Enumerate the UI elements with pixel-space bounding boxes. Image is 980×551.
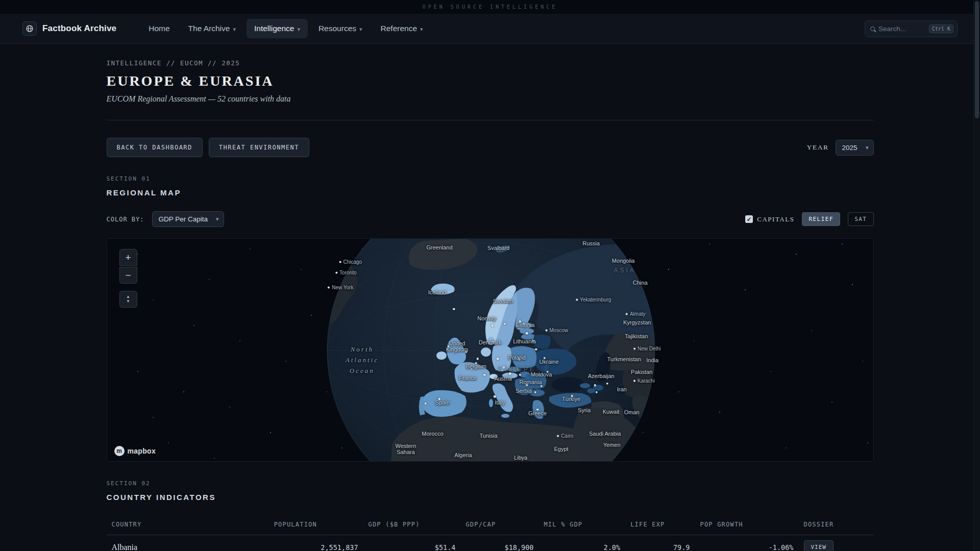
map-label-ocean: North Atlantic Ocean (346, 343, 379, 376)
nav-item-reference[interactable]: Reference▾ (373, 19, 431, 38)
globe-book-logo-icon (22, 21, 37, 36)
map-label-country: Lithuania (513, 338, 536, 344)
col-header-country: COUNTRY (107, 514, 269, 535)
toolbar: BACK TO DASHBOARD THREAT ENVIRONMENT YEA… (107, 138, 874, 157)
capitals-checkbox[interactable]: ✓ (745, 215, 753, 223)
map-label-country: Pakistan (631, 369, 652, 375)
map-pitch-control[interactable]: ▲▼ (119, 291, 137, 308)
map-label-city: New Delhi (633, 346, 661, 352)
brand[interactable]: Factbook Archive (22, 21, 116, 36)
map-label-country: Denmark (479, 339, 502, 345)
map-label-city: Yekaterinburg (576, 297, 611, 303)
col-header-dossier: DOSSIER (799, 514, 874, 535)
map-toolbar: COLOR BY: GDP Per Capita ✓ CAPITALS RELI… (107, 211, 874, 227)
map-label-city: New York (328, 285, 353, 290)
nav-item-intelligence[interactable]: Intelligence▾ (247, 19, 308, 38)
scrollbar-thumb[interactable] (975, 1, 979, 118)
value-cell: -1.06% (695, 535, 798, 551)
table-header-row: COUNTRY POPULATION GDP ($B PPP) GDP/CAP … (107, 514, 874, 535)
page-subtitle: EUCOM Regional Assessment — 52 countries… (107, 94, 874, 104)
map-label-country: Ukraine (540, 359, 559, 365)
divider (107, 120, 874, 120)
map-label-country: Serbia (516, 388, 532, 394)
chevron-down-icon: ▾ (297, 26, 300, 33)
col-header-gdpcap: GDP/CAP (460, 514, 538, 535)
search-input[interactable] (878, 25, 925, 33)
map-label-city: Almaty (626, 311, 646, 317)
brand-name: Factbook Archive (42, 23, 116, 34)
topstrip-text: OPEN SOURCE INTELLIGENCE (423, 4, 558, 10)
view-dossier-button[interactable]: VIEW (804, 540, 834, 551)
year-select-wrap: 2025 (836, 140, 874, 156)
map-label-country: China (633, 280, 648, 286)
year-select[interactable]: 2025 (836, 140, 874, 156)
map-label-country: Türkiye (562, 396, 580, 402)
map-label-continent: ASIA (614, 267, 635, 274)
breadcrumb: INTELLIGENCE // EUCOM // 2025 (107, 59, 874, 67)
map-label-country: Oman (624, 409, 640, 415)
col-header-mil: MIL % GDP (538, 514, 625, 535)
map-zoom-controls: + − ▲▼ (119, 249, 137, 308)
section-kicker: SECTION 02 (107, 480, 874, 487)
col-header-gdp: GDP ($B PPP) (363, 514, 461, 535)
nav-item-label: Intelligence (254, 24, 294, 33)
map-right-controls: ✓ CAPITALS RELIEF SAT (745, 212, 873, 226)
search-box[interactable]: Ctrl K (865, 20, 958, 37)
zoom-out-button[interactable]: − (119, 267, 137, 284)
col-header-population: POPULATION (269, 514, 363, 535)
capitals-toggle[interactable]: ✓ CAPITALS (745, 215, 794, 223)
map-label-country: Iran (617, 386, 627, 392)
page-title: EUROPE & EURASIA (107, 73, 874, 89)
map-label-country: Kuwait (603, 409, 620, 415)
map-label-city: Karachi (633, 378, 655, 383)
map-label-country: Libya (514, 455, 527, 461)
chevron-down-icon: ▾ (233, 26, 236, 33)
value-cell: 2.0% (538, 535, 625, 551)
map-label-country: Belgium (466, 363, 486, 369)
map-labels: GreenlandSvalbardRussiaMongoliaASIAEUROP… (107, 239, 873, 461)
sat-button[interactable]: SAT (848, 212, 873, 226)
map-label-country: Tunisia (479, 433, 497, 439)
navbar: Factbook Archive HomeThe Archive▾Intelli… (0, 14, 980, 44)
map-label-country: Romania (520, 379, 542, 385)
map-label-country: Greenland (426, 244, 452, 251)
year-control: YEAR 2025 (807, 140, 874, 156)
map-label-country: Italy (495, 399, 505, 406)
value-cell: $18,900 (460, 535, 538, 551)
zoom-in-button[interactable]: + (119, 249, 137, 266)
color-by-label: COLOR BY: (107, 216, 144, 223)
color-by-select[interactable]: GDP Per Capita (152, 211, 224, 227)
map-label-continent: EUROPE (498, 366, 536, 373)
col-header-lifeexp: LIFE EXP (625, 514, 695, 535)
search-icon (870, 27, 875, 31)
map-label-country: France (459, 375, 476, 381)
map-label-country: Russia (582, 240, 600, 246)
map-label-city: Chicago (339, 259, 362, 264)
map-label-country: Sweden (493, 298, 513, 304)
nav-item-the-archive[interactable]: The Archive▾ (181, 19, 243, 38)
nav-item-label: The Archive (188, 24, 230, 33)
nav-item-resources[interactable]: Resources▾ (311, 19, 370, 38)
table-body: Albania2,551,837$51.4$18,9002.0%79.9-1.0… (107, 535, 874, 551)
map-label-country: Greece (528, 410, 547, 416)
map-label-city: Toronto (335, 269, 356, 275)
page-scrollbar[interactable] (973, 0, 980, 551)
topstrip: OPEN SOURCE INTELLIGENCE (0, 0, 980, 14)
threat-environment-button[interactable]: THREAT ENVIRONMENT (209, 138, 309, 157)
nav-item-home[interactable]: Home (141, 19, 177, 38)
back-to-dashboard-button[interactable]: BACK TO DASHBOARD (107, 138, 203, 157)
map-label-country: Austria (494, 375, 511, 382)
dossier-cell: VIEW (799, 535, 874, 551)
capitals-label: CAPITALS (757, 215, 794, 223)
value-cell: 79.9 (625, 535, 695, 551)
mapbox-attribution: m mapbox (114, 446, 156, 456)
nav-item-label: Home (149, 24, 169, 33)
color-by-select-wrap: GDP Per Capita (152, 211, 224, 227)
regional-map[interactable]: GreenlandSvalbardRussiaMongoliaASIAEUROP… (107, 238, 874, 462)
map-label-country: United Kingdom (446, 340, 468, 353)
chevron-down-icon: ▾ (359, 26, 362, 33)
relief-button[interactable]: RELIEF (802, 212, 840, 226)
map-label-country: Mongolia (612, 258, 635, 264)
mapbox-wordmark: mapbox (128, 447, 156, 455)
country-indicators-table: COUNTRY POPULATION GDP ($B PPP) GDP/CAP … (107, 514, 874, 551)
